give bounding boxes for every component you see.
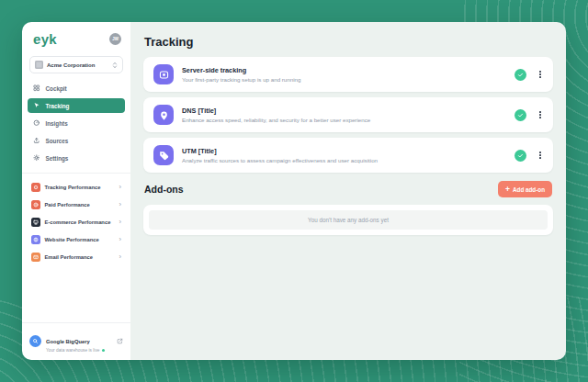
card-dns[interactable]: DNS [Title] Enhance access speed, reliab… xyxy=(143,97,553,132)
sidebar-item-tracking-performance[interactable]: Tracking Performance › xyxy=(28,180,125,195)
sidebar-item-label: Cockpit xyxy=(46,85,67,92)
company-logo-icon xyxy=(35,61,43,69)
card-title: DNS [Title] xyxy=(182,107,514,115)
chevron-right-icon: › xyxy=(119,219,122,226)
tracking-card-list: Server-side tracking Your first-party tr… xyxy=(143,57,553,173)
sidebar-item-insights[interactable]: Insights xyxy=(28,116,125,130)
card-title: UTM [Title] xyxy=(182,147,514,155)
card-utm[interactable]: UTM [Title] Analyze traffic sources to a… xyxy=(143,138,553,173)
chevron-right-icon: › xyxy=(119,201,122,208)
addons-empty-message: You don't have any add-ons yet xyxy=(149,210,548,230)
card-text: UTM [Title] Analyze traffic sources to a… xyxy=(182,147,514,164)
card-server-side-tracking[interactable]: Server-side tracking Your first-party tr… xyxy=(143,57,553,92)
page-title: Tracking xyxy=(144,35,553,49)
chevron-right-icon: › xyxy=(119,184,122,191)
sidebar-item-paid-performance[interactable]: Paid Performance › xyxy=(28,197,125,212)
status-check-icon xyxy=(514,150,526,162)
sidebar-item-email-performance[interactable]: Email Performance › xyxy=(28,250,125,264)
ecommerce-performance-icon xyxy=(31,218,40,227)
insights-icon xyxy=(33,119,40,127)
addons-empty-card: You don't have any add-ons yet xyxy=(143,205,553,235)
sidebar-item-sources[interactable]: Sources xyxy=(28,133,125,148)
status-check-icon xyxy=(514,109,526,121)
sidebar-item-label: Tracking xyxy=(46,103,70,109)
server-tracking-icon xyxy=(153,64,174,84)
sidebar-item-label: Sources xyxy=(46,138,69,144)
app-logo: eyk xyxy=(33,31,57,47)
sidebar-menu: Cockpit Tracking Insights Sources Settin… xyxy=(22,81,130,168)
sidebar-item-label: Paid Performance xyxy=(45,202,115,208)
plus-icon: + xyxy=(505,185,510,194)
chevron-right-icon: › xyxy=(119,253,122,261)
card-description: Your first-party tracking setup is up an… xyxy=(182,76,514,83)
company-selector[interactable]: Acme Corporation xyxy=(29,56,123,73)
sidebar-item-ecommerce-performance[interactable]: E-commerce Performance › xyxy=(28,215,125,230)
sidebar-item-label: Insights xyxy=(46,120,68,127)
sidebar: eyk JW Acme Corporation Cockpit Tracking… xyxy=(22,22,130,360)
sidebar-item-tracking[interactable]: Tracking xyxy=(28,98,125,113)
main-content: Tracking Server-side tracking Your first… xyxy=(130,22,566,360)
cockpit-icon xyxy=(33,84,40,92)
cursor-tracking-icon xyxy=(33,102,40,109)
gear-icon xyxy=(33,154,40,162)
add-addon-button[interactable]: + Add add-on xyxy=(498,181,552,197)
addons-title: Add-ons xyxy=(144,184,184,195)
kebab-menu-icon[interactable] xyxy=(537,109,543,120)
bigquery-subtitle: Your data warehouse is live xyxy=(46,348,112,353)
bigquery-status[interactable]: Google BigQuery Your data warehouse is l… xyxy=(22,322,130,361)
kebab-menu-icon[interactable] xyxy=(537,150,543,161)
card-title: Server-side tracking xyxy=(182,66,514,74)
utm-tag-icon xyxy=(153,145,174,165)
add-addon-label: Add add-on xyxy=(513,186,545,193)
card-description: Analyze traffic sources to assess campai… xyxy=(182,157,514,163)
bigquery-icon xyxy=(29,335,41,347)
bigquery-text: Google BigQuery Your data warehouse is l… xyxy=(46,331,112,354)
live-status-dot xyxy=(102,349,105,352)
card-text: DNS [Title] Enhance access speed, reliab… xyxy=(182,107,514,124)
user-avatar[interactable]: JW xyxy=(109,33,121,45)
sidebar-item-label: E-commerce Performance xyxy=(45,219,115,225)
card-description: Enhance access speed, reliability, and s… xyxy=(182,117,514,123)
sidebar-item-label: Tracking Performance xyxy=(45,185,115,190)
dns-pin-icon xyxy=(153,105,174,125)
chevron-right-icon: › xyxy=(119,236,122,243)
paid-performance-icon xyxy=(31,200,40,209)
sidebar-header: eyk JW xyxy=(22,22,130,54)
chevron-updown-icon xyxy=(112,62,118,69)
company-name: Acme Corporation xyxy=(47,62,108,68)
addons-header: Add-ons + Add add-on xyxy=(144,181,552,197)
sidebar-item-label: Settings xyxy=(46,155,69,162)
bigquery-subtitle-text: Your data warehouse is live xyxy=(46,348,100,353)
tracking-performance-icon xyxy=(31,183,40,192)
status-check-icon xyxy=(514,69,526,81)
performance-menu: Tracking Performance › Paid Performance … xyxy=(22,173,130,267)
sources-icon xyxy=(33,137,40,144)
external-link-icon[interactable] xyxy=(117,338,123,344)
email-performance-icon xyxy=(31,253,40,262)
sidebar-item-settings[interactable]: Settings xyxy=(28,151,125,165)
website-performance-icon xyxy=(31,235,40,244)
app-window: eyk JW Acme Corporation Cockpit Tracking… xyxy=(22,22,566,360)
sidebar-item-label: Email Performance xyxy=(45,254,115,260)
bigquery-title: Google BigQuery xyxy=(46,339,90,344)
sidebar-item-label: Website Performance xyxy=(45,237,115,242)
kebab-menu-icon[interactable] xyxy=(537,69,543,80)
sidebar-item-cockpit[interactable]: Cockpit xyxy=(28,81,125,96)
card-text: Server-side tracking Your first-party tr… xyxy=(182,66,514,84)
sidebar-item-website-performance[interactable]: Website Performance › xyxy=(28,232,125,247)
